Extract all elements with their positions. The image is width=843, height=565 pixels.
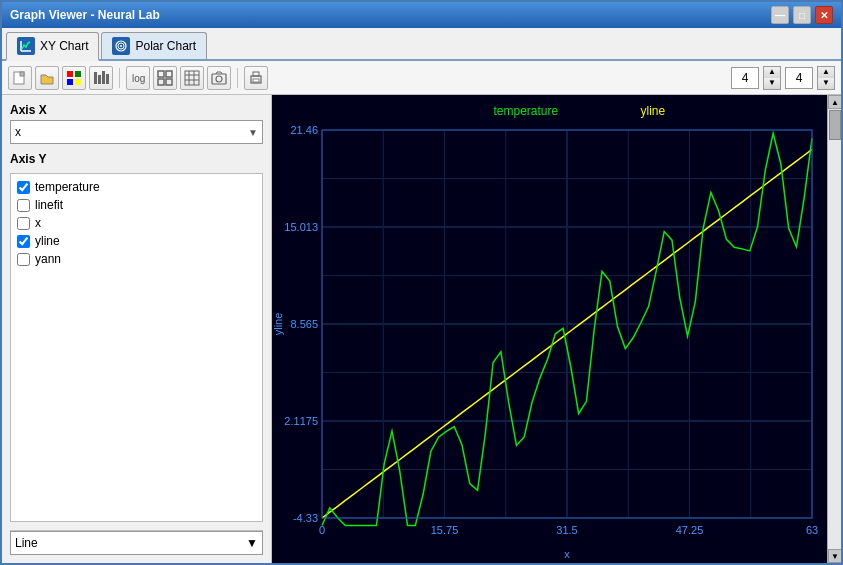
camera-button[interactable] [207,66,231,90]
svg-rect-13 [102,71,105,84]
toolbar: log [2,61,841,95]
chart-area[interactable] [272,95,827,563]
checkbox-x-label: x [35,216,41,230]
polar-chart-icon [112,37,130,55]
xy-chart-icon [17,37,35,55]
tab-xy-label: XY Chart [40,39,88,53]
chart-container: ▲ ▼ [272,95,841,563]
axis-y-label: Axis Y [10,152,263,166]
svg-rect-9 [67,79,73,85]
svg-rect-8 [75,71,81,77]
checkbox-x[interactable]: x [11,214,262,232]
checkbox-temperature-label: temperature [35,180,100,194]
toolbar-right: 4 ▲ ▼ 4 ▲ ▼ [731,66,835,90]
svg-text:log: log [132,73,145,84]
svg-rect-14 [106,74,109,84]
line-type-value: Line [15,536,38,550]
spin1-down[interactable]: ▼ [764,78,780,89]
spin2-control: ▲ ▼ [817,66,835,90]
checkbox-yline-input[interactable] [17,235,30,248]
svg-rect-16 [158,71,164,77]
checkbox-yline-label: yline [35,234,60,248]
tab-polar[interactable]: Polar Chart [101,32,207,59]
axis-y-section: Axis Y temperature linefit x [10,152,263,522]
minimize-button[interactable]: — [771,6,789,24]
chart-with-scrollbar: ▲ ▼ [272,95,841,563]
toolbar-sep1 [119,68,120,88]
checkbox-yann-input[interactable] [17,253,30,266]
spin2-value[interactable]: 4 [785,67,813,89]
new-button[interactable] [8,66,32,90]
checkbox-yline[interactable]: yline [11,232,262,250]
svg-rect-18 [158,79,164,85]
svg-rect-24 [185,71,199,85]
axis-x-dropdown[interactable]: x ▼ [10,120,263,144]
spin1-control: ▲ ▼ [763,66,781,90]
main-window: Graph Viewer - Neural Lab — □ ✕ XY Chart [0,0,843,565]
svg-point-26 [216,76,222,82]
svg-rect-6 [20,72,24,76]
checkbox-linefit-input[interactable] [17,199,30,212]
maximize-button[interactable]: □ [793,6,811,24]
settings-button[interactable] [153,66,177,90]
svg-rect-10 [75,79,81,85]
axis-y-checkbox-list: temperature linefit x yline [10,173,263,522]
checkbox-temperature-input[interactable] [17,181,30,194]
title-bar-buttons: — □ ✕ [771,6,833,24]
line-type-section: Line ▼ [10,530,263,555]
spin1-value[interactable]: 4 [731,67,759,89]
scroll-up-button[interactable]: ▲ [828,95,841,109]
checkbox-yann[interactable]: yann [11,250,262,268]
vertical-scrollbar: ▲ ▼ [827,95,841,563]
tab-xy[interactable]: XY Chart [6,32,99,61]
svg-rect-17 [166,71,172,77]
svg-rect-7 [67,71,73,77]
spin1-up[interactable]: ▲ [764,67,780,78]
scroll-down-button[interactable]: ▼ [828,549,841,563]
spin2-down[interactable]: ▼ [818,78,834,89]
bars-button[interactable] [89,66,113,90]
chart-canvas [272,95,827,563]
main-content: Axis X x ▼ Axis Y temperature linefit [2,95,841,563]
sidebar: Axis X x ▼ Axis Y temperature linefit [2,95,272,563]
title-bar: Graph Viewer - Neural Lab — □ ✕ [2,2,841,28]
checkbox-yann-label: yann [35,252,61,266]
svg-rect-12 [98,75,101,84]
axis-x-label: Axis X [10,103,263,117]
line-type-dropdown[interactable]: Line ▼ [10,531,263,555]
window-title: Graph Viewer - Neural Lab [10,8,160,22]
checkbox-linefit[interactable]: linefit [11,196,262,214]
checkbox-x-input[interactable] [17,217,30,230]
open-button[interactable] [35,66,59,90]
checkbox-linefit-label: linefit [35,198,63,212]
grid-button[interactable] [180,66,204,90]
dropdown-arrow-icon: ▼ [248,127,258,138]
tab-polar-label: Polar Chart [135,39,196,53]
svg-rect-29 [253,79,259,82]
svg-rect-11 [94,72,97,84]
line-dropdown-arrow-icon: ▼ [246,536,258,550]
scroll-thumb[interactable] [829,110,841,140]
axis-x-value: x [15,125,21,139]
log-button[interactable]: log [126,66,150,90]
scroll-track[interactable] [828,109,841,549]
print-button[interactable] [244,66,268,90]
tab-bar: XY Chart Polar Chart [2,28,841,61]
axis-x-section: Axis X x ▼ [10,103,263,144]
checkbox-temperature[interactable]: temperature [11,178,262,196]
spin2-up[interactable]: ▲ [818,67,834,78]
close-button[interactable]: ✕ [815,6,833,24]
svg-rect-19 [166,79,172,85]
color-button[interactable] [62,66,86,90]
toolbar-sep2 [237,68,238,88]
svg-point-4 [120,45,122,47]
